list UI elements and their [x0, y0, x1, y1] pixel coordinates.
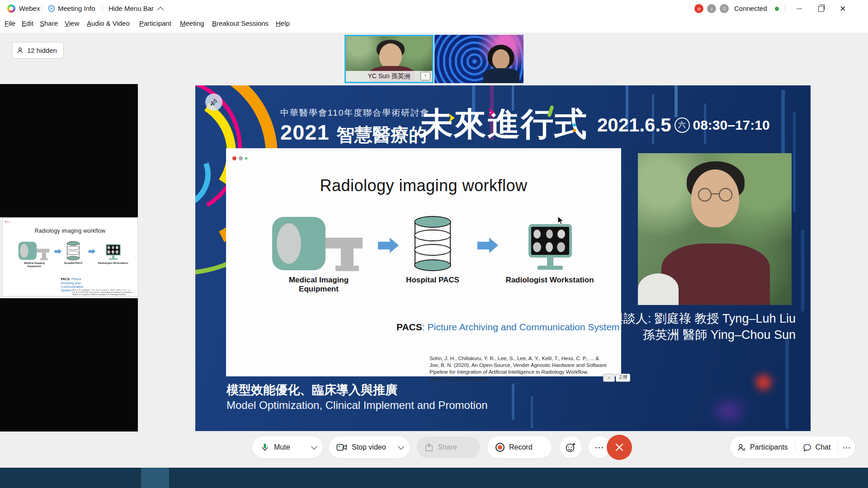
hidden-participants-button[interactable]: 12 hidden	[12, 42, 64, 59]
decor-streak	[801, 230, 804, 311]
webex-logo-icon	[7, 5, 15, 13]
pacs-rest: : Picture Archiving and Communication Sy…	[422, 322, 620, 332]
stop-video-label: Stop video	[352, 443, 386, 451]
video-off-tile[interactable]	[0, 84, 138, 217]
menu-help[interactable]: Help	[276, 19, 290, 27]
citation: Sohn, J. H., Chillakuru, Y. R., Lee, S.,…	[429, 355, 607, 382]
mac-minimize-dot-icon	[239, 156, 243, 160]
hidden-count-label: 12 hidden	[27, 47, 57, 54]
panelists-line1: 與談人: 劉庭祿 教授 Tyng–Luh Liu	[611, 310, 796, 327]
menu-bar: File Edit Share View Audio & Video Parti…	[0, 17, 868, 33]
share-button[interactable]: Share	[417, 436, 480, 458]
mute-label: Mute	[274, 443, 290, 451]
lock-key-icon[interactable]: ⚿	[720, 4, 729, 13]
menu-breakout-sessions[interactable]: Breakout Sessions	[212, 19, 269, 27]
connection-status: Connected	[734, 0, 767, 17]
decor-streak	[531, 396, 533, 428]
flow-step-label: Medical Imaging Equipment	[17, 262, 51, 268]
menu-view[interactable]: View	[65, 19, 79, 27]
flow-step-label: Hospital PACS	[392, 276, 473, 285]
share-icon	[425, 443, 433, 452]
maximize-button[interactable]	[812, 0, 830, 17]
share-screen-badge-icon: ↑	[420, 72, 430, 80]
hide-menu-bar-button[interactable]: Hide Menu Bar	[108, 0, 154, 17]
slide-next-button[interactable]: ›	[603, 374, 615, 382]
app-title: Webex	[19, 0, 40, 17]
pin-video-button[interactable]	[205, 94, 222, 111]
speaker-face	[379, 43, 402, 69]
banner-title-big: 未來進行式	[420, 103, 588, 146]
slide-title: Radiology imaging workflow	[226, 176, 621, 195]
chevron-down-icon[interactable]	[311, 443, 317, 450]
banner-date: 2021.6.5	[597, 114, 671, 136]
mouse-cursor	[557, 216, 564, 225]
participant-shirt	[483, 68, 519, 83]
ellipsis-icon: ⋯	[595, 442, 604, 453]
panels-button-group: Participants Chat ⋯	[730, 436, 855, 458]
microphone-icon	[260, 442, 269, 452]
meeting-info-button[interactable]: Meeting Info	[58, 0, 95, 17]
flow-step-label: Hospital PACS	[59, 262, 87, 265]
menu-share[interactable]: Share	[40, 19, 58, 27]
minimize-button[interactable]	[790, 0, 808, 17]
radiologist-workstation-icon	[106, 244, 121, 260]
menu-file[interactable]: File	[5, 19, 15, 27]
decor-accent-dot	[573, 123, 576, 127]
webex-meeting-window: Webex Meeting Info Hide Menu Bar o ♪ ⚿ C…	[0, 0, 868, 488]
record-icon	[495, 443, 505, 452]
citation-line: Integration of Artificial Intelligence i…	[81, 294, 126, 296]
decor-accent-dot	[573, 129, 576, 132]
panelists-caption: 與談人: 劉庭祿 教授 Tyng–Luh Liu 孫英洲 醫師 Ying–Cho…	[611, 310, 796, 343]
stop-video-button[interactable]: Stop video	[329, 436, 410, 458]
shared-content-thumbnail[interactable]: Radiology imaging workflow	[3, 218, 137, 296]
mute-button[interactable]: Mute	[252, 436, 323, 458]
menu-meeting[interactable]: Meeting	[180, 19, 204, 27]
camera-icon	[336, 443, 347, 452]
decor-streak	[675, 85, 678, 117]
ellipsis-icon: ⋯	[842, 442, 851, 453]
taskbar: e	[0, 468, 868, 488]
panelist-video[interactable]	[638, 153, 792, 305]
reactions-button[interactable]	[560, 436, 581, 458]
mac-close-dot-icon	[5, 221, 6, 222]
banner-subtitle: 中華醫學會110年度聯合學術研討會	[280, 107, 429, 119]
menu-audio-video[interactable]: Audio & Video	[87, 19, 130, 27]
medical-imaging-equipment-icon	[272, 217, 365, 271]
citation: Sohn, J. H., Chillakuru, Y. R., Lee, S.,…	[72, 289, 132, 296]
menu-edit[interactable]: Edit	[22, 19, 33, 27]
video-thumbnail-participant[interactable]	[434, 35, 524, 83]
connected-dot-icon	[775, 7, 779, 11]
flow-arrow-icon	[55, 250, 59, 253]
video-thumbnail-active-speaker[interactable]: YC Sun 孫英洲 ↑	[344, 35, 434, 83]
video-off-tile[interactable]	[0, 298, 138, 432]
video-name-label: YC Sun 孫英洲	[346, 71, 432, 82]
music-mode-icon[interactable]: ♪	[707, 4, 716, 13]
chat-button[interactable]: Chat	[796, 436, 838, 458]
chevron-down-icon[interactable]	[398, 443, 404, 450]
record-button[interactable]: Record	[487, 436, 552, 458]
citation-line: Integration of Artificial Intelligence i…	[457, 369, 589, 375]
pacs-term: PACS	[396, 322, 422, 332]
caption-en: Model Optimization, Clinical Implement a…	[226, 399, 488, 412]
panelists-line2: 孫英洲 醫師 Ying–Chou Sun	[611, 327, 796, 343]
slide: Radiology imaging workflow	[226, 148, 621, 376]
leave-meeting-button[interactable]	[607, 435, 632, 460]
decor-streak	[781, 90, 785, 158]
smiley-plus-icon	[565, 442, 576, 453]
decor-streak	[785, 338, 789, 429]
slide-title: Radiology imaging workflow	[3, 228, 137, 234]
meeting-info-icon	[48, 5, 55, 12]
ime-indicator: 正體	[616, 374, 630, 382]
participant-face	[492, 49, 509, 69]
participants-button[interactable]: Participants	[730, 436, 795, 458]
person-icon	[17, 47, 24, 54]
record-label: Record	[509, 443, 533, 451]
close-button[interactable]: ✕	[834, 0, 852, 17]
more-panels-button[interactable]: ⋯	[838, 436, 855, 458]
hospital-pacs-icon	[414, 216, 451, 271]
hospital-pacs-icon	[67, 241, 80, 260]
shared-screen-content: 中華醫學會110年度聯合學術研討會 2021 智慧醫療的 未來進行式 2021.…	[195, 85, 811, 431]
menu-participant[interactable]: Participant	[139, 19, 171, 27]
pushpin-icon	[210, 98, 218, 106]
title-bar: Webex Meeting Info Hide Menu Bar o ♪ ⚿ C…	[0, 0, 868, 17]
